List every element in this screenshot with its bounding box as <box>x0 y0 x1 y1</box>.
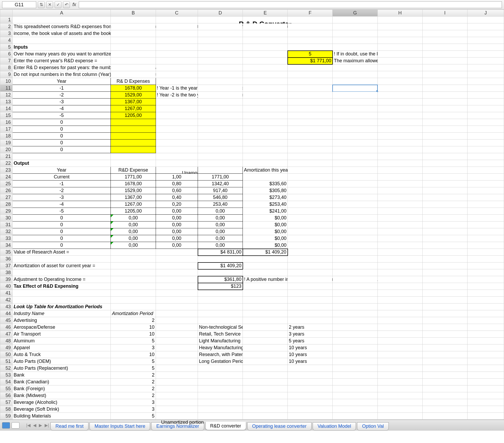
col-header-corner[interactable] <box>0 10 13 17</box>
cell-I56[interactable] <box>422 392 467 399</box>
cell-J38[interactable] <box>467 269 504 276</box>
cell-B10[interactable]: R& D Expenses <box>111 78 156 85</box>
cell-A18[interactable]: 0 <box>13 133 111 140</box>
cell-I33[interactable] <box>422 235 467 242</box>
cell-F21[interactable] <box>288 153 333 160</box>
cell-I39[interactable] <box>422 276 467 283</box>
cell-H1[interactable] <box>377 17 422 23</box>
cell-D22[interactable] <box>198 160 243 167</box>
cell-C27[interactable]: 0,40 <box>156 194 198 201</box>
cell-G9[interactable] <box>333 71 377 78</box>
cell-D45[interactable] <box>198 317 243 324</box>
cell-G56[interactable] <box>333 392 377 399</box>
cell-A13[interactable]: -3 <box>13 99 111 105</box>
row-header-15[interactable]: 15 <box>0 112 13 119</box>
cell-H13[interactable] <box>377 99 422 105</box>
cell-A8[interactable]: Enter R& D expenses for past years: the … <box>13 64 111 71</box>
cell-F47[interactable]: 3 years <box>288 331 333 338</box>
cell-H14[interactable] <box>377 105 422 112</box>
cell-G34[interactable] <box>333 242 377 249</box>
row-header-43[interactable]: 43 <box>0 303 13 310</box>
cell-E36[interactable] <box>243 256 288 262</box>
cell-A20[interactable]: 0 <box>13 146 111 153</box>
cell-D56[interactable] <box>198 392 243 399</box>
cell-J3[interactable] <box>467 30 504 37</box>
cell-B25[interactable]: 1678,00 <box>111 181 156 187</box>
cell-I51[interactable] <box>422 358 467 365</box>
cell-F46[interactable]: 2 years <box>288 324 333 331</box>
row-header-24[interactable]: 24 <box>0 174 13 181</box>
cell-G27[interactable] <box>333 194 377 201</box>
cell-C17[interactable] <box>156 126 198 133</box>
cell-I35[interactable] <box>422 249 467 256</box>
cell-C41[interactable] <box>156 290 198 297</box>
cell-G16[interactable] <box>333 119 377 126</box>
cell-A17[interactable]: 0 <box>13 126 111 133</box>
cell-B16[interactable] <box>111 119 156 126</box>
cell-E55[interactable] <box>243 385 288 392</box>
cell-I54[interactable] <box>422 379 467 385</box>
cell-G48[interactable] <box>333 338 377 344</box>
cell-I53[interactable] <box>422 372 467 379</box>
cell-C5[interactable] <box>156 44 198 51</box>
cell-D16[interactable] <box>198 119 243 126</box>
cell-A49[interactable]: Apparel <box>13 344 111 351</box>
cell-B31[interactable]: 0,00 <box>111 222 156 228</box>
row-header-44[interactable]: 44 <box>0 310 13 317</box>
cell-F10[interactable] <box>288 78 333 85</box>
cell-C2[interactable] <box>156 23 198 30</box>
cell-I41[interactable] <box>422 290 467 297</box>
cell-G42[interactable] <box>333 297 377 303</box>
cell-E28[interactable]: $253,40 <box>243 201 288 208</box>
cell-J24[interactable] <box>467 174 504 181</box>
cell-I48[interactable] <box>422 338 467 344</box>
cell-H35[interactable] <box>377 249 422 256</box>
cell-I16[interactable] <box>422 119 467 126</box>
cell-F22[interactable] <box>288 160 333 167</box>
cell-D30[interactable]: 0,00 <box>198 215 243 222</box>
cell-F52[interactable] <box>288 365 333 372</box>
cell-G57[interactable] <box>333 399 377 406</box>
cell-G58[interactable] <box>333 406 377 413</box>
cell-E29[interactable]: $241,00 <box>243 208 288 215</box>
cell-H2[interactable] <box>377 23 422 30</box>
cell-A9[interactable]: Do not input numbers in the first column… <box>13 71 111 78</box>
cell-H54[interactable] <box>377 379 422 385</box>
cell-A27[interactable]: -3 <box>13 194 111 201</box>
cell-D5[interactable] <box>198 44 243 51</box>
cell-D52[interactable] <box>198 365 243 372</box>
cell-B41[interactable] <box>111 290 156 297</box>
cell-H6[interactable] <box>377 51 422 58</box>
cell-B22[interactable] <box>111 160 156 167</box>
col-header-B[interactable]: B <box>111 10 156 17</box>
cell-A36[interactable] <box>13 256 111 262</box>
cell-A31[interactable]: 0 <box>13 222 111 228</box>
cell-A4[interactable] <box>13 37 111 44</box>
cell-D29[interactable]: 0,00 <box>198 208 243 215</box>
cell-H12[interactable] <box>377 92 422 99</box>
cell-E27[interactable]: $273,40 <box>243 194 288 201</box>
view-layout-icon[interactable] <box>12 422 19 429</box>
cell-H45[interactable] <box>377 317 422 324</box>
cell-D32[interactable]: 0,00 <box>198 228 243 235</box>
cell-H38[interactable] <box>377 269 422 276</box>
cell-C49[interactable] <box>156 344 198 351</box>
cell-A46[interactable]: Aerospace/Defense <box>13 324 111 331</box>
cell-A42[interactable] <box>13 297 111 303</box>
cell-C32[interactable]: 0,00 <box>156 228 198 235</box>
cell-B52[interactable]: 5 <box>111 365 156 372</box>
cell-C40[interactable] <box>156 283 198 290</box>
cell-H23[interactable] <box>377 167 422 174</box>
cell-J47[interactable] <box>467 331 504 338</box>
cell-G59[interactable] <box>333 413 377 420</box>
cell-F58[interactable] <box>288 406 333 413</box>
cell-B21[interactable] <box>111 153 156 160</box>
col-header-G[interactable]: G <box>333 10 377 17</box>
cell-D31[interactable]: 0,00 <box>198 222 243 228</box>
cell-J12[interactable] <box>467 92 504 99</box>
row-header-9[interactable]: 9 <box>0 71 13 78</box>
cell-E30[interactable]: $0,00 <box>243 215 288 222</box>
cell-I2[interactable] <box>422 23 467 30</box>
cell-I58[interactable] <box>422 406 467 413</box>
cell-G37[interactable] <box>333 262 377 269</box>
